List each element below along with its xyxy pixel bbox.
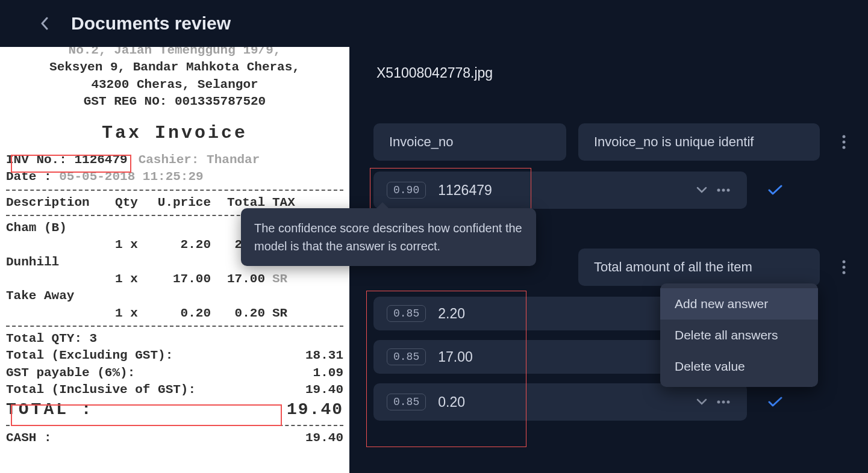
check-icon (768, 397, 782, 407)
answer-card[interactable]: 0.85 0.20 (373, 383, 747, 421)
chevron-down-icon (696, 187, 707, 194)
total-excl: Total (Excluding GST):18.31 (6, 347, 343, 364)
total-gst: GST payable (6%):1.09 (6, 365, 343, 382)
answer-value: 0.20 (438, 394, 679, 410)
expand-button[interactable] (692, 392, 712, 412)
cashier-label: Cashier: (139, 153, 199, 167)
more-horizontal-icon (717, 400, 730, 404)
field-menu-button[interactable] (832, 255, 856, 279)
confidence-badge: 0.85 (387, 394, 426, 410)
page-title: Documents review (71, 13, 231, 34)
confidence-badge: 0.85 (387, 305, 426, 322)
confidence-badge: 0.85 (387, 348, 426, 365)
more-vertical-icon (842, 260, 846, 274)
receipt-gst-reg: GST REG NO: 001335787520 (6, 93, 343, 110)
total-grand: TOTAL :19.40 (6, 398, 343, 421)
receipt-item: Take Away 1 x0.200.20SR (6, 288, 343, 322)
answer-card[interactable]: 0.90 1126479 (373, 172, 747, 209)
menu-delete-all[interactable]: Delete all answers (660, 320, 818, 351)
answer-menu-button[interactable] (713, 180, 734, 200)
receipt-title: Tax Invoice (6, 121, 343, 146)
svg-point-3 (717, 189, 720, 192)
inv-no-value: 1126479 (74, 153, 127, 167)
answer-row: 0.90 1126479 (373, 172, 789, 209)
date-label: Date : (6, 170, 52, 184)
document-filename: X51008042778.jpg (376, 65, 856, 81)
page-header: Documents review (0, 0, 868, 47)
field-name[interactable]: Invoice_no (373, 123, 566, 161)
answer-value: 1126479 (438, 182, 679, 199)
receipt-address-2: Seksyen 9, Bandar Mahkota Cheras, (6, 59, 343, 76)
inv-no-label: INV No.: (6, 153, 67, 167)
receipt-address-3: 43200 Cheras, Selangor (6, 76, 343, 93)
confidence-tooltip: The confidence score describes how confi… (241, 208, 536, 266)
svg-point-2 (843, 146, 846, 149)
receipt-address-1: No.2, Jalan Temenggung 19/9, (6, 47, 343, 59)
answer-row: 0.85 0.20 (373, 383, 789, 421)
accept-button[interactable] (761, 176, 789, 204)
svg-point-0 (843, 135, 846, 138)
menu-add-answer[interactable]: Add new answer (660, 288, 818, 320)
field-description[interactable]: Invoice_no is unique identif (578, 123, 820, 161)
main-split: No.2, Jalan Temenggung 19/9, Seksyen 9, … (0, 47, 868, 473)
svg-point-8 (843, 271, 846, 274)
svg-point-4 (722, 189, 725, 192)
total-incl: Total (Inclusive of GST):19.40 (6, 382, 343, 398)
svg-point-6 (843, 261, 846, 264)
answer-menu-button[interactable] (713, 392, 734, 412)
svg-point-1 (843, 141, 846, 144)
field-menu-button[interactable] (832, 130, 856, 154)
svg-point-5 (727, 189, 730, 192)
chevron-down-icon (696, 398, 707, 406)
field-block-invoice-no: Invoice_no Invoice_no is unique identif … (373, 123, 856, 218)
date-value: 05-05-2018 11:25:29 (59, 170, 203, 184)
svg-point-9 (717, 401, 720, 404)
review-panel: X51008042778.jpg Invoice_no Invoice_no i… (349, 47, 868, 473)
more-horizontal-icon (717, 188, 730, 192)
menu-delete-value[interactable]: Delete value (660, 351, 818, 382)
back-button[interactable] (36, 15, 53, 32)
cashier-value: Thandar (207, 153, 260, 167)
accept-button[interactable] (761, 388, 789, 416)
svg-point-7 (843, 266, 846, 269)
svg-point-11 (727, 401, 730, 404)
cash-row: CASH :19.40 (6, 430, 343, 447)
context-menu: Add new answer Delete all answers Delete… (660, 283, 818, 387)
more-vertical-icon (842, 135, 846, 149)
svg-point-10 (722, 401, 725, 404)
total-qty: Total QTY: 3 (6, 330, 343, 347)
confidence-badge: 0.90 (387, 182, 426, 199)
check-icon (768, 185, 782, 196)
field-description[interactable]: Total amount of all the item (578, 249, 820, 286)
expand-button[interactable] (692, 180, 712, 200)
chevron-left-icon (40, 17, 49, 30)
